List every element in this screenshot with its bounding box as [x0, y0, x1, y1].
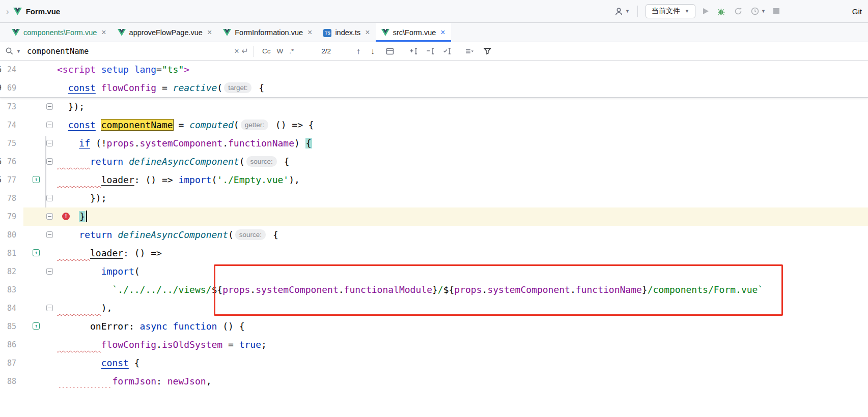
code-token — [57, 266, 101, 277]
gutter: ↑ — [23, 171, 57, 189]
close-tab-icon[interactable]: × — [207, 28, 212, 37]
remove-occurrence-button[interactable] — [426, 47, 435, 55]
close-tab-icon[interactable]: × — [101, 28, 106, 37]
fold-icon[interactable] — [46, 122, 53, 128]
code-line: 82 import( — [0, 262, 868, 281]
line-number[interactable]: 24 — [0, 61, 23, 79]
error-icon[interactable]: ! — [62, 213, 70, 220]
search-history-chevron-icon[interactable]: ▼ — [16, 49, 21, 54]
fold-icon[interactable] — [46, 140, 53, 146]
user-menu-button[interactable]: ▼ — [614, 7, 630, 16]
code-text[interactable]: const componentName = computed(getter: (… — [57, 116, 868, 134]
typescript-file-icon: TS — [323, 28, 331, 37]
code-token — [129, 64, 134, 75]
line-number[interactable]: 87 — [0, 354, 23, 372]
ts-badge: TS — [323, 29, 331, 37]
tab-label: src\Form.vue — [393, 28, 436, 37]
run-button[interactable] — [703, 8, 709, 14]
line-number[interactable]: 78 — [0, 189, 23, 207]
tab-label: components\Form.vue — [23, 28, 97, 37]
next-occurrence-button[interactable]: ↓ — [371, 47, 375, 55]
match-case-toggle[interactable]: Cc — [259, 46, 274, 56]
code-text[interactable]: return defineAsyncComponent(source: { — [57, 153, 868, 171]
line-number[interactable]: 69 — [0, 79, 23, 97]
editor-tab[interactable]: TSindex.ts× — [318, 23, 375, 42]
code-text[interactable]: flowConfig.isOldSystem = true; — [57, 336, 868, 354]
code-token: const — [68, 82, 96, 93]
line-number[interactable]: 79 — [0, 207, 23, 226]
rerun-coverage-button[interactable] — [734, 7, 743, 16]
divider — [637, 6, 638, 17]
run-configuration-label: 当前文件 — [652, 7, 680, 16]
line-number[interactable]: 85 — [0, 317, 23, 336]
code-text[interactable]: loader: () => — [57, 244, 868, 262]
line-number[interactable]: 80 — [0, 226, 23, 244]
fold-icon[interactable] — [46, 268, 53, 275]
code-text[interactable]: formJson: newJson, — [57, 372, 868, 391]
close-tab-icon[interactable]: × — [365, 28, 370, 37]
code-text[interactable]: const flowConfig = reactive(target: { — [57, 79, 868, 97]
line-number[interactable]: 73 — [0, 98, 23, 116]
regex-toggle[interactable]: .* — [286, 46, 297, 56]
clear-search-icon[interactable]: × — [234, 47, 239, 55]
code-token: : () => — [134, 174, 179, 185]
code-line: 624<script setup lang="ts"> — [0, 61, 868, 79]
fold-icon[interactable] — [46, 231, 53, 238]
code-text[interactable]: }); — [57, 98, 868, 116]
editor-tab[interactable]: components\Form.vue× — [6, 23, 112, 42]
code-text[interactable]: `./../../../views/${props.systemComponen… — [57, 281, 868, 299]
line-number[interactable]: 88 — [0, 372, 23, 391]
line-number[interactable]: 76 — [0, 153, 23, 171]
gutter-arrow-icon[interactable]: ↑ — [33, 176, 40, 183]
line-number[interactable]: 77 — [0, 171, 23, 189]
code-text[interactable]: import( — [57, 262, 868, 281]
fold-icon[interactable] — [46, 158, 53, 165]
newline-icon[interactable]: ↵ — [242, 47, 248, 55]
line-number[interactable]: 82 — [0, 262, 23, 281]
code-text[interactable]: } — [57, 207, 868, 226]
line-number[interactable]: 83 — [0, 281, 23, 299]
gutter-arrow-icon[interactable]: ↑ — [33, 322, 40, 330]
search-input[interactable]: ▼ componentName × ↵ — [5, 47, 248, 56]
editor-tab[interactable]: FormInformation.vue× — [217, 23, 318, 42]
fold-icon[interactable] — [46, 305, 53, 311]
words-toggle[interactable]: W — [274, 46, 287, 56]
gutter-arrow-icon[interactable]: ↑ — [33, 249, 40, 256]
git-menu[interactable]: Git — [852, 7, 862, 16]
line-number[interactable]: 86 — [0, 336, 23, 354]
editor-tab[interactable]: approveFlowPage.vue× — [112, 23, 218, 42]
code-text[interactable]: <script setup lang="ts"> — [57, 61, 868, 79]
close-tab-icon[interactable]: × — [307, 28, 312, 37]
run-configuration-select[interactable]: 当前文件 ▼ — [646, 4, 695, 18]
play-icon — [703, 8, 709, 14]
editor-tab[interactable]: src\Form.vue× — [376, 23, 451, 42]
profiler-button[interactable]: ▼ — [750, 7, 766, 16]
fold-icon[interactable] — [46, 195, 53, 201]
fold-icon[interactable] — [46, 213, 53, 220]
debug-button[interactable] — [716, 7, 726, 16]
code-text[interactable]: ), — [57, 299, 868, 317]
previous-occurrence-button[interactable]: ↑ — [356, 47, 360, 55]
open-in-find-window-button[interactable] — [386, 47, 394, 55]
code-text[interactable]: }); — [57, 189, 868, 207]
code-text[interactable]: const { — [57, 354, 868, 372]
close-tab-icon[interactable]: × — [440, 28, 445, 37]
line-number[interactable]: 84 — [0, 299, 23, 317]
add-occurrence-button[interactable] — [409, 47, 418, 55]
select-all-occurrences-button[interactable] — [443, 47, 452, 55]
code-token — [57, 321, 90, 332]
code-text[interactable]: if (!props.systemComponent.functionName)… — [57, 134, 868, 153]
line-number[interactable]: 74 — [0, 116, 23, 134]
code-token — [96, 120, 101, 130]
code-text[interactable]: loader: () => import('./Empty.vue'), — [57, 171, 868, 189]
code-text[interactable]: return defineAsyncComponent(source: { — [57, 226, 868, 244]
code-line: 85↑ onError: async function () { — [0, 317, 868, 336]
line-number[interactable]: 81 — [0, 244, 23, 262]
gutter — [23, 281, 57, 299]
fold-icon[interactable] — [46, 103, 53, 110]
stop-button[interactable] — [773, 8, 779, 14]
filter-search-results-button[interactable] — [483, 47, 492, 55]
code-text[interactable]: onError: async function () { — [57, 317, 868, 336]
view-options-button[interactable] — [465, 47, 474, 55]
line-number[interactable]: 75 — [0, 134, 23, 153]
